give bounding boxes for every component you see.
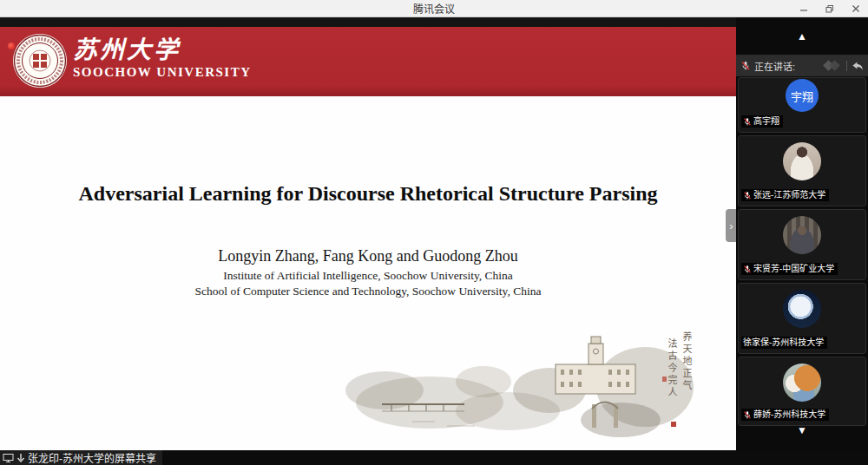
- slide-body: Adversarial Learning for Discourse Rheto…: [0, 96, 736, 450]
- tencent-meeting-logo-icon: [823, 60, 842, 72]
- campus-ink-painting: 养天地正气 法古今完人: [334, 328, 699, 441]
- speaking-now-bar: 正在讲话:: [736, 55, 868, 76]
- participant-name: 高宇翔: [753, 115, 779, 128]
- participant-tile[interactable]: 宇翔 高宇翔: [738, 77, 866, 133]
- participant-name-label: 徐家保-苏州科技大学: [741, 337, 827, 349]
- scroll-up-arrow[interactable]: ▲: [736, 31, 868, 42]
- avatar: [783, 363, 821, 402]
- avatar: [783, 290, 821, 328]
- participant-name: 薛娇-苏州科技大学: [753, 409, 825, 421]
- participant-name: 徐家保-苏州科技大学: [743, 337, 824, 349]
- red-seal-icon: [671, 422, 676, 427]
- avatar: 宇翔: [786, 79, 819, 112]
- participants-sidebar: ▲ 正在讲话: 宇翔: [736, 17, 868, 465]
- mic-muted-icon: [743, 191, 752, 200]
- screen-share-chip[interactable]: 张龙印-苏州大学的屏幕共享: [0, 450, 162, 465]
- paper-title: Adversarial Learning for Discourse Rheto…: [0, 182, 736, 206]
- close-button[interactable]: [849, 2, 863, 16]
- mic-muted-icon: [743, 410, 752, 420]
- university-name-cn: 苏州大学: [73, 30, 181, 65]
- soochow-university-logo-icon: [12, 33, 68, 92]
- restore-button[interactable]: [823, 2, 837, 16]
- share-text: 张龙印-苏州大学的屏幕共享: [28, 450, 156, 465]
- monitor-icon: [3, 453, 14, 463]
- audio-down-arrow-icon: [16, 453, 25, 463]
- red-seal-icon: [662, 377, 667, 382]
- mic-muted-icon: [743, 265, 752, 274]
- participant-tile[interactable]: 薛娇-苏州科技大学: [738, 357, 866, 426]
- participant-name-label: 宋贤芳-中国矿业大学: [741, 263, 838, 275]
- reply-arrow-icon[interactable]: [852, 61, 864, 71]
- university-banner: 苏州大学 SOOCHOW UNIVERSITY: [0, 27, 736, 96]
- motto-column-left: 法古今完人: [665, 338, 679, 399]
- avatar-initials: 宇翔: [791, 88, 813, 104]
- speaking-now-label: 正在讲话:: [754, 59, 795, 73]
- tencent-meeting-window: 腾讯会议: [0, 0, 868, 465]
- avatar: [783, 216, 821, 254]
- window-title: 腾讯会议: [413, 1, 455, 16]
- divider: [846, 61, 847, 71]
- shared-screen-slide: 苏州大学 SOOCHOW UNIVERSITY Adversarial Lear…: [0, 17, 736, 450]
- avatar: [783, 142, 821, 180]
- affiliation-line-2: School of Computer Science and Technolog…: [0, 285, 736, 298]
- participant-name: 宋贤芳-中国矿业大学: [753, 263, 834, 275]
- window-titlebar[interactable]: 腾讯会议: [0, 0, 868, 17]
- affiliation-line-1: Institute of Artificial Intelligence, So…: [0, 269, 736, 283]
- mic-muted-icon: [740, 61, 751, 71]
- paper-authors: Longyin Zhang, Fang Kong and Guodong Zho…: [0, 247, 736, 265]
- participant-tile[interactable]: 徐家保-苏州科技大学: [738, 283, 866, 354]
- bottom-status-bar: 张龙印-苏州大学的屏幕共享: [0, 450, 868, 465]
- participant-tile[interactable]: 张远-江苏师范大学: [738, 135, 866, 206]
- participant-name-label: 高宇翔: [741, 115, 783, 128]
- scroll-down-arrow[interactable]: ▼: [736, 425, 868, 436]
- minimize-button[interactable]: [797, 2, 811, 16]
- mic-muted-icon: [743, 117, 752, 127]
- participant-name-label: 薛娇-苏州科技大学: [741, 409, 829, 421]
- participant-name: 张远-江苏师范大学: [753, 189, 825, 201]
- motto-column-right: 养天地正气: [680, 331, 694, 392]
- participant-tile[interactable]: 宋贤芳-中国矿业大学: [738, 209, 866, 280]
- university-name-en: SOOCHOW UNIVERSITY: [73, 65, 252, 80]
- record-dot-icon: [8, 43, 15, 49]
- participant-name-label: 张远-江苏师范大学: [741, 189, 829, 201]
